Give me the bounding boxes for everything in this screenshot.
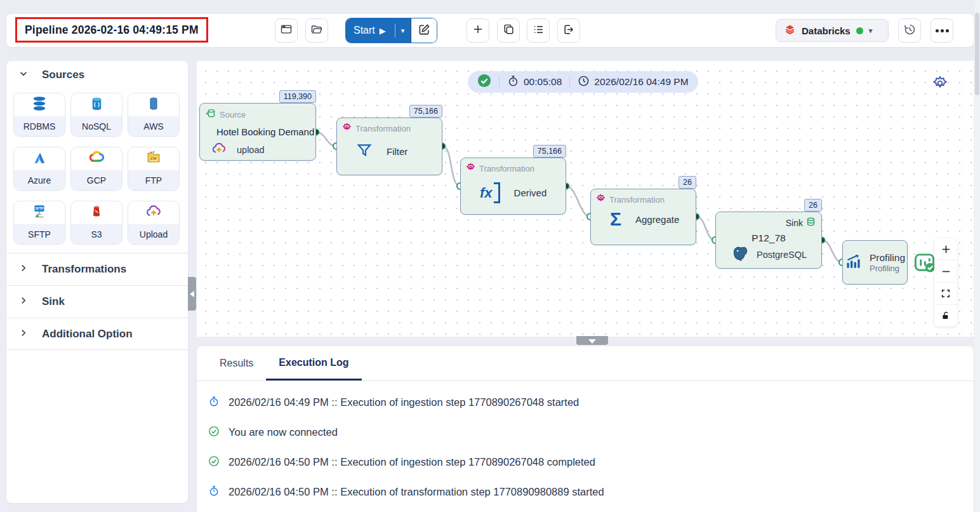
source-item-rdbms[interactable]: RDBMS	[13, 93, 65, 137]
open-pipeline-button[interactable]	[305, 18, 328, 43]
results-log-panel: Results Execution Log 2026/02/16 04:49 P…	[197, 346, 974, 512]
history-icon	[903, 23, 917, 39]
source-item-s3[interactable]: S3	[70, 201, 122, 245]
zoom-in-button[interactable]	[934, 238, 957, 260]
elapsed-time: 00:05:08	[524, 76, 562, 88]
node-title: Aggregate	[635, 214, 679, 225]
record-count-badge: 26	[679, 176, 696, 189]
profiling-result-check-icon[interactable]	[914, 252, 936, 276]
fx-derived-icon: fx	[480, 182, 500, 203]
pipeline-title[interactable]: Pipeline 2026-02-16 04:49:15 PM	[15, 17, 208, 43]
tab-execution-log[interactable]: Execution Log	[266, 346, 361, 381]
record-count-badge: 26	[804, 199, 822, 212]
node-profiling[interactable]: Profiling Profiling	[842, 240, 908, 285]
nosql-icon	[89, 97, 104, 114]
transformation-gear-icon	[466, 163, 475, 174]
sidebar-section-additional-option[interactable]: Additional Option	[6, 318, 188, 350]
sources-section-header[interactable]: Sources	[19, 69, 84, 81]
transformation-gear-icon	[596, 194, 606, 205]
copy-icon	[503, 24, 515, 38]
stopwatch-icon	[208, 396, 220, 410]
ellipsis-icon	[936, 29, 949, 32]
more-options-button[interactable]	[930, 18, 953, 43]
sidebar-section-sink[interactable]: Sink	[6, 285, 188, 318]
clock-icon	[578, 75, 590, 90]
node-subtitle: PostgreSQL	[757, 250, 807, 260]
profiling-chart-icon	[845, 253, 862, 273]
pipeline-app: Pipeline 2026-02-16 04:49:15 PM Start ▶	[0, 0, 980, 512]
record-count-badge: 75,166	[533, 145, 566, 158]
chevron-down-icon: ▾	[869, 27, 873, 35]
ftp-icon: FTP	[146, 150, 161, 168]
panel-view-button[interactable]	[275, 18, 298, 43]
plus-icon	[472, 24, 484, 37]
node-subtitle: Profiling	[870, 264, 905, 273]
chevron-down-icon: ▾	[401, 27, 405, 35]
zoom-out-button[interactable]	[934, 260, 957, 283]
start-button-label: Start	[354, 25, 375, 36]
log-entry: You are now connected	[208, 417, 974, 447]
tab-results[interactable]: Results	[207, 346, 266, 381]
s3-icon	[90, 205, 103, 220]
edit-pipeline-button[interactable]	[411, 18, 437, 43]
log-entry: 2026/02/16 04:50 PM :: Execution of inge…	[208, 447, 974, 477]
node-kind-label: Source	[220, 110, 246, 119]
node-sink[interactable]: 26 Sink P12_78 Postgr	[715, 212, 822, 269]
node-kind-label: Transformation	[355, 124, 411, 133]
list-icon	[533, 24, 545, 38]
duplicate-button[interactable]	[497, 18, 520, 43]
source-item-ftp[interactable]: FTP FTP	[128, 147, 180, 191]
canvas-settings-gear-icon[interactable]	[932, 75, 948, 94]
page-scrollbar-thumb[interactable]	[975, 13, 979, 95]
history-button[interactable]	[898, 18, 921, 43]
divider	[499, 77, 500, 87]
source-item-azure[interactable]: Azure	[13, 147, 65, 191]
upload-cloud-icon	[211, 141, 227, 158]
log-entry: 2026/02/16 04:49 PM :: Execution of inge…	[208, 387, 974, 417]
source-item-nosql[interactable]: NoSQL	[70, 93, 122, 137]
source-item-aws[interactable]: AWS	[128, 93, 180, 137]
source-item-gcp[interactable]: GCP	[70, 147, 122, 191]
export-button[interactable]	[557, 18, 580, 43]
run-timestamp: 2026/02/16 04:49 PM	[594, 76, 688, 88]
page-scrollbar[interactable]	[974, 0, 980, 512]
record-count-badge: 119,390	[279, 90, 316, 103]
divider	[569, 77, 570, 87]
sftp-icon: SFTP	[31, 203, 48, 222]
node-aggregate[interactable]: 26 Transformation Σ Aggregate	[590, 189, 696, 245]
bottom-panel-collapse-handle[interactable]	[576, 336, 608, 345]
node-source[interactable]: 119,390 Source Hotel Booking Demand D...	[199, 103, 316, 161]
source-db-icon	[205, 108, 216, 121]
fit-view-button[interactable]	[934, 283, 957, 305]
databricks-icon	[784, 24, 796, 37]
node-filter[interactable]: 75,166 Transformation Filter	[336, 118, 442, 175]
record-count-badge: 75,166	[409, 105, 442, 118]
chevron-left-icon	[190, 288, 195, 300]
sidebar-section-transformations[interactable]: Transformations	[6, 253, 188, 285]
chevron-right-icon	[19, 328, 28, 340]
sidebar-collapse-handle[interactable]	[188, 277, 196, 311]
node-subtitle: upload	[237, 145, 265, 155]
connection-status-dot	[856, 27, 863, 34]
node-title: Derived	[514, 187, 547, 198]
add-node-button[interactable]	[467, 18, 489, 43]
node-kind-label: Transformation	[479, 164, 534, 173]
pipeline-canvas[interactable]: 00:05:08 2026/02/16 04:49 PM	[197, 61, 974, 337]
source-item-upload[interactable]: Upload	[128, 201, 180, 245]
sidebar-sections: Transformations Sink Additional Option	[6, 253, 188, 350]
chevron-down-icon	[588, 335, 596, 346]
window-icon	[280, 23, 293, 38]
source-item-sftp[interactable]: SFTP SFTP	[13, 201, 65, 245]
divider	[395, 24, 395, 37]
node-derived[interactable]: 75,166 Transformation fx Derived	[460, 158, 566, 215]
gcp-icon	[88, 149, 105, 168]
start-button[interactable]: Start ▶	[346, 18, 394, 43]
sources-grid: RDBMS NoSQL AWS	[13, 93, 178, 245]
start-options-dropdown[interactable]: ▾	[394, 18, 411, 43]
lock-toggle-button[interactable]	[934, 305, 957, 327]
azure-icon	[32, 150, 48, 168]
connector-selector[interactable]: Databricks ▾	[776, 19, 889, 42]
list-view-button[interactable]	[527, 18, 550, 43]
stopwatch-icon	[507, 75, 519, 90]
folder-icon	[310, 23, 323, 38]
